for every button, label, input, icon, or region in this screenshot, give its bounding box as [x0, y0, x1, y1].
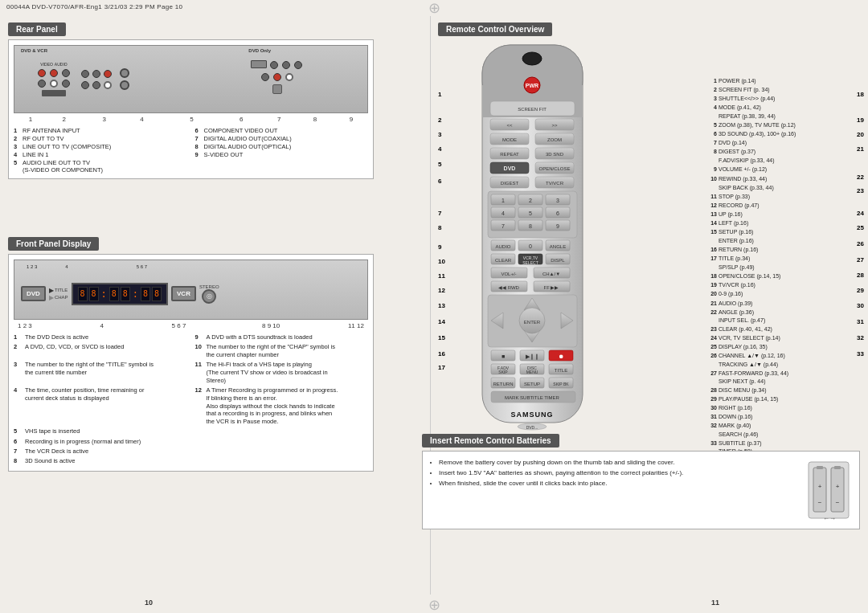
remote-desc-item: 2SCREEN FIT (p. 34): [707, 86, 864, 94]
svg-text:SETUP: SETUP: [524, 382, 540, 386]
svg-text:MODE: MODE: [502, 137, 517, 142]
svg-text:PWR: PWR: [526, 83, 538, 88]
svg-text:OPEN/CLOSE: OPEN/CLOSE: [538, 166, 570, 171]
rear-panel-title: Rear Panel: [8, 22, 66, 36]
remote-desc-item: 30RIGHT (p.16): [707, 404, 864, 412]
svg-text:8: 8: [529, 223, 532, 229]
remote-desc-item: 9VOLUME +/- (p.12): [707, 166, 864, 174]
remote-desc-item: 3SHUTTLE<</>> (p.44): [707, 95, 864, 103]
svg-text:MENU: MENU: [526, 370, 538, 374]
reg-mark-top: ⊕: [426, 0, 442, 16]
batteries-text: Remove the battery cover by pushing down…: [429, 458, 796, 522]
remote-control-area: 1 2 3 4 5 6 7 8 9 10 11 12 13 14 15 16 1…: [438, 41, 864, 443]
svg-rect-106: [834, 466, 841, 469]
legend-item: 2A DVD, CD, VCD, or SVCD is loaded: [14, 343, 187, 359]
svg-text:RETURN: RETURN: [493, 382, 514, 386]
remote-desc-item: 19TV/VCR (p.16): [707, 281, 864, 289]
legend-item: 11The Hi-Fi track of a VHS tape is playi…: [195, 361, 369, 384]
remote-desc-item: 27FAST-FORWARD (p.33, 44)SKIP NEXT (p. 4…: [707, 370, 864, 386]
front-panel-box: 1 2 3 4 5 6 7 DVD ▶TITLE ▶CHAP: [8, 254, 374, 472]
svg-text:ANGLE: ANGLE: [550, 244, 566, 249]
svg-text:◀◀ RWD: ◀◀ RWD: [498, 285, 520, 290]
legend-item: 9S-VIDEO OUT: [195, 151, 369, 158]
remote-description-list: 1POWER (p.14) 2SCREEN FIT (p. 34) 3SHUTT…: [707, 77, 864, 456]
svg-text:■: ■: [502, 353, 505, 359]
front-panel-diagram: 1 2 3 4 5 6 7 DVD ▶TITLE ▶CHAP: [14, 260, 368, 320]
svg-text:SAMSUNG: SAMSUNG: [510, 411, 553, 419]
svg-text:DVD...: DVD...: [526, 425, 538, 430]
svg-text:+: +: [817, 483, 821, 490]
rear-panel-legend: 1RF ANTENNA INPUT 6COMPONENT VIDEO OUT 2…: [14, 127, 368, 174]
svg-text:DIGEST: DIGEST: [501, 181, 519, 186]
legend-item: 8DIGITAL AUDIO OUT(OPTICAL): [195, 143, 369, 150]
svg-text:7: 7: [502, 223, 505, 229]
batteries-item: Remove the battery cover by pushing down…: [439, 458, 796, 468]
svg-text:SELECT: SELECT: [522, 260, 538, 265]
svg-text:VOL+/-: VOL+/-: [501, 272, 516, 276]
rear-panel-diagram: DVD & VCR VIDEO AUDIO: [14, 45, 368, 113]
batteries-list: Remove the battery cover by pushing down…: [429, 458, 796, 488]
svg-text:▶❙❙: ▶❙❙: [526, 353, 539, 360]
svg-text:ENTER: ENTER: [524, 320, 541, 325]
legend-item: 4LINE IN 1: [14, 151, 187, 158]
legend-item: 1RF ANTENNA INPUT: [14, 127, 187, 134]
remote-desc-item: 26CHANNEL ▲/▼ (p.12, 16)TRACKING ▲/▼ (p.…: [707, 352, 864, 368]
remote-desc-item: 12RECORD (p.47): [707, 202, 864, 210]
remote-desc-item: F.ADV/SKIP (p.33, 44): [707, 157, 864, 165]
doc-metadata: 00044A DVD-V7070/AFR-Eng1 3/21/03 2:29 P…: [6, 3, 182, 10]
batteries-item: Insert two 1.5V "AA" batteries as shown,…: [439, 468, 796, 479]
remote-desc-item: 200-9 (p.16): [707, 290, 864, 298]
svg-text:ZOOM: ZOOM: [547, 137, 562, 142]
legend-item: 6Recording is in progress (normal and ti…: [14, 438, 187, 446]
svg-text:4: 4: [502, 210, 505, 216]
remote-desc-item: 1POWER (p.14): [707, 77, 864, 85]
remote-desc-item: 63D SOUND (p.43), 100+ (p.16): [707, 130, 864, 138]
remote-desc-item: 24VCR, TV SELECT (p.14): [707, 334, 864, 342]
reg-mark-bottom: ⊕: [426, 597, 442, 613]
remote-desc-item: SP/SLP (p.49): [707, 264, 864, 272]
remote-desc-item: 11STOP (p.33): [707, 193, 864, 201]
svg-text:DVD: DVD: [504, 166, 516, 171]
remote-desc-item: 29PLAY/PAUSE (p.14, 15): [707, 395, 864, 403]
rear-panel-section: Rear Panel DVD & VCR VIDEO AUDIO: [8, 22, 374, 179]
remote-desc-item: 22ANGLE (p.36)INPUT SEL. (p.47): [707, 309, 864, 325]
svg-text:3: 3: [556, 198, 559, 203]
svg-text:−: −: [835, 499, 839, 506]
legend-item: 3The number to the right of the "TITLE" …: [14, 361, 187, 384]
rear-panel-numbers: 1 2 3 4 5 6 7 8 9: [14, 116, 368, 123]
front-panel-section: Front Panel Display 1 2 3 4 5 6 7 DVD ▶T…: [8, 237, 374, 472]
remote-control-title: Remote Control Overview: [438, 22, 552, 36]
remote-desc-item: 21AUDIO (p.39): [707, 300, 864, 308]
svg-text:AUDIO: AUDIO: [495, 244, 510, 249]
page-number-right: 11: [711, 599, 719, 607]
svg-text:9: 9: [556, 223, 559, 229]
remote-desc-item: 18OPEN/CLOSE (p.14, 15): [707, 272, 864, 280]
legend-item: 10The number to the right of the "CHAP" …: [195, 343, 369, 359]
led-display: 8 8 : 8 8 : 8 8: [72, 283, 168, 305]
legend-item: 2RF OUT TO TV: [14, 135, 187, 142]
remote-desc-item: 28DISC MENU (p.34): [707, 386, 864, 394]
svg-text:3D SND: 3D SND: [546, 152, 564, 157]
battery-diagram: + − + − ←→: [805, 458, 853, 522]
svg-text:+: +: [835, 483, 839, 490]
svg-rect-102: [817, 466, 823, 469]
legend-item: 1The DVD Deck is active: [14, 333, 187, 341]
remote-control-section: Remote Control Overview 1 2 3 4 5 6 7 8 …: [438, 22, 864, 443]
page-number-left: 10: [145, 599, 153, 607]
remote-desc-item: 23CLEAR (p.40, 41, 42): [707, 325, 864, 333]
svg-text:REPEAT: REPEAT: [500, 152, 519, 157]
remote-desc-item: 7DVD (p.14): [707, 139, 864, 147]
svg-text:1: 1: [502, 198, 505, 203]
legend-item: 7The VCR Deck is active: [14, 447, 187, 456]
svg-text:TITLE: TITLE: [555, 368, 567, 373]
remote-desc-item: 15SETUP (p.16)ENTER (p.16): [707, 228, 864, 244]
svg-text:⏺: ⏺: [559, 353, 564, 359]
front-panel-title: Front Panel Display: [8, 237, 99, 251]
remote-desc-item: 5ZOOM (p.38), TV MUTE (p.12): [707, 121, 864, 129]
remote-desc-item: 17TITLE (p.34): [707, 255, 864, 263]
svg-point-3: [522, 52, 542, 65]
svg-text:SKIP BK: SKIP BK: [553, 382, 569, 386]
legend-item: 7DIGITAL AUDIO OUT(COAXIAL): [195, 135, 369, 142]
remote-desc-item: 13UP (p.16): [707, 210, 864, 219]
svg-text:>>: >>: [551, 123, 558, 128]
